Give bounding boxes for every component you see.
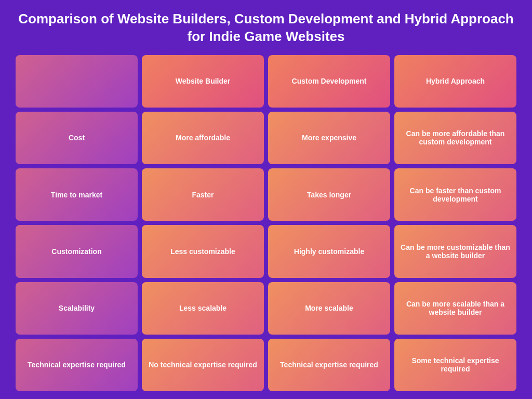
cell-cost-custom: More expensive	[268, 112, 390, 164]
cell-tech-builder: No technical expertise required	[142, 339, 264, 391]
cell-cost-hybrid: Can be more affordable than custom devel…	[394, 112, 516, 164]
header-cell-custom-dev: Custom Development	[268, 55, 390, 108]
row-label-tech: Technical expertise required	[16, 339, 138, 391]
cell-time-builder: Faster	[142, 168, 264, 221]
cell-time-hybrid: Can be faster than custom development	[394, 168, 516, 221]
cell-scale-custom: More scalable	[268, 282, 390, 335]
row-label-time: Time to market	[16, 168, 138, 221]
cell-tech-custom: Technical expertise required	[268, 339, 390, 391]
cell-scale-builder: Less scalable	[142, 282, 264, 335]
header-cell-hybrid: Hybrid Approach	[394, 55, 516, 108]
header-cell-empty	[16, 55, 138, 108]
cell-scale-hybrid: Can be more scalable than a website buil…	[394, 282, 516, 335]
cell-custom-builder: Less customizable	[142, 225, 264, 277]
cell-custom-hybrid: Can be more customizable than a website …	[394, 225, 516, 277]
cell-time-custom: Takes longer	[268, 168, 390, 221]
page-title: Comparison of Website Builders, Custom D…	[16, 10, 516, 46]
row-label-cost: Cost	[16, 112, 138, 164]
row-label-customization: Customization	[16, 225, 138, 277]
header-cell-website-builder: Website Builder	[142, 55, 264, 108]
comparison-table: Website Builder Custom Development Hybri…	[16, 55, 516, 391]
cell-custom-custom: Highly customizable	[268, 225, 390, 277]
row-label-scalability: Scalability	[16, 282, 138, 335]
cell-tech-hybrid: Some technical expertise required	[394, 339, 516, 391]
cell-cost-builder: More affordable	[142, 112, 264, 164]
